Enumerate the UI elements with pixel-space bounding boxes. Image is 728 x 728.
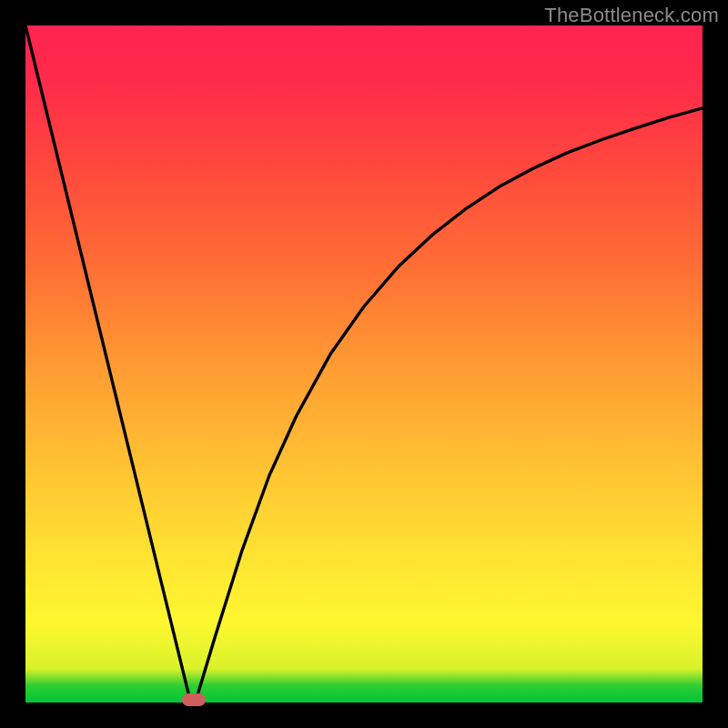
plot-area [25, 25, 703, 703]
chart-frame: TheBottleneck.com [0, 0, 728, 728]
watermark-text: TheBottleneck.com [544, 4, 719, 27]
bottleneck-marker [182, 693, 206, 706]
bottleneck-curve [25, 25, 703, 703]
